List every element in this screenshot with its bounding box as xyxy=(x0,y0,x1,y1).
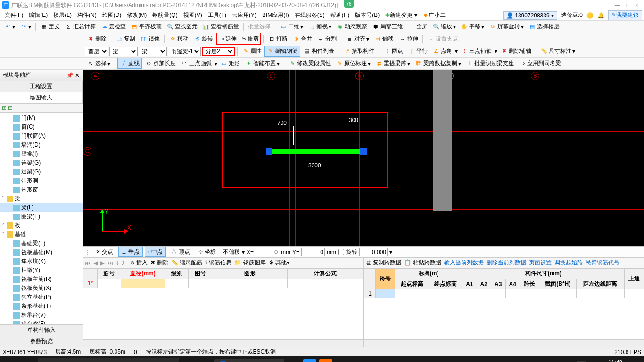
2d-button[interactable]: ▭二维▾ xyxy=(278,22,305,32)
subcategory-select[interactable]: 梁 xyxy=(139,47,167,56)
tree-item-doorwindow[interactable]: 门联窗(A) xyxy=(0,132,83,140)
rebar-library-button[interactable]: 📁 钢筋图库 xyxy=(234,259,265,267)
expand-icon[interactable]: ⊞ xyxy=(2,105,7,111)
collapse-icon[interactable]: ⊟ xyxy=(8,105,13,111)
tree-folder-slab[interactable]: ˃板 xyxy=(0,221,83,230)
orbit-button[interactable]: ◉动态观察 xyxy=(334,22,369,32)
other-button[interactable]: ⚙ 其他▾ xyxy=(269,259,289,267)
copy-span-button[interactable]: ⿻ 复制跨数据 xyxy=(366,259,401,267)
menu-help[interactable]: 帮助(H) xyxy=(328,10,353,20)
redo-button[interactable]: ↷▾ xyxy=(18,23,33,31)
nav-prev[interactable]: ◀ xyxy=(93,260,98,266)
paste-span-button[interactable]: 📋 粘贴跨数据 xyxy=(404,259,441,267)
category-select[interactable]: 梁 xyxy=(109,47,138,56)
mirror-button[interactable]: ▯▯镜像 xyxy=(138,34,162,44)
dimension-button[interactable]: 📏尺寸标注▾ xyxy=(538,46,577,56)
tree-item-column-pier[interactable]: 柱墩(Y) xyxy=(0,266,83,275)
tree-item-strip-hole[interactable]: 带形洞 xyxy=(0,176,83,185)
align-button[interactable]: ≡对齐▾ xyxy=(344,34,371,44)
component-tree[interactable]: 门(M) 窗(C) 门联窗(A) 墙洞(D) 壁龛(I) 连梁(G) 过梁(G)… xyxy=(0,113,83,324)
taskbar-app-2[interactable]: ◉ xyxy=(287,359,300,362)
line-tool-button[interactable]: ╱直线 xyxy=(117,58,142,69)
move-button[interactable]: ✥移动 xyxy=(167,34,190,44)
suggest-button[interactable]: ✎我要建议 xyxy=(608,10,642,20)
offset-x-input[interactable] xyxy=(256,248,279,256)
two-point-button[interactable]: ⊹两点 xyxy=(381,46,405,56)
tree-item-beam[interactable]: 梁(L) xyxy=(0,203,83,212)
tree-item-strip-footing[interactable]: 条形基础(T) xyxy=(0,302,83,311)
menu-bim[interactable]: BIM应用(I) xyxy=(259,10,292,20)
menu-rebar-qty[interactable]: 钢筋量(Q) xyxy=(149,10,180,20)
beam-end-node[interactable] xyxy=(360,148,367,155)
sum-button[interactable]: Σ汇总计算 xyxy=(63,22,98,32)
layer-select[interactable]: 分层2 xyxy=(202,47,235,56)
local-3d-button[interactable]: ⬢局部三维 xyxy=(370,22,405,32)
maximize-button[interactable]: □ xyxy=(626,2,629,8)
rotate-checkbox[interactable] xyxy=(338,249,344,255)
menu-version[interactable]: 版本号(B) xyxy=(352,10,382,20)
component-select[interactable]: 雨篷梁-1 xyxy=(168,47,201,56)
taskbar-clock[interactable]: 11:42 2018/10/30 xyxy=(601,359,629,362)
tree-item-foundation-beam[interactable]: 基础梁(F) xyxy=(0,239,83,248)
tree-item-niche[interactable]: 壁龛(I) xyxy=(0,149,83,158)
hscroll-right[interactable] xyxy=(364,339,644,347)
tree-item-coupling-beam[interactable]: 连梁(G) xyxy=(0,158,83,167)
nav-in[interactable]: ⤵ xyxy=(116,260,119,266)
start-button[interactable] xyxy=(0,356,19,362)
menu-floor[interactable]: 楼层(L) xyxy=(50,10,74,20)
copy-button[interactable]: ⿻复制 xyxy=(114,34,137,44)
grip-button[interactable]: ▫设置夹点 xyxy=(425,34,460,44)
taskbar-app-5[interactable]: ▯ xyxy=(335,359,348,362)
batch-select-button[interactable]: 批量选择 xyxy=(246,22,272,32)
split-button[interactable]: ⫟分割 xyxy=(315,34,339,44)
tab-project-setup[interactable]: 工程设置 xyxy=(0,81,83,92)
single-input-button[interactable]: 单构件输入 xyxy=(0,324,83,336)
beam-element[interactable] xyxy=(272,149,361,154)
apply-same-button[interactable]: ⇒应用到同名梁 xyxy=(517,58,563,68)
menu-edit[interactable]: 编辑(E) xyxy=(26,10,50,20)
menu-modify[interactable]: 修改(M) xyxy=(124,10,149,20)
tab-draw-input[interactable]: 绘图输入 xyxy=(0,92,83,103)
nav-out[interactable]: ⤴ xyxy=(122,260,124,266)
snap-vertex[interactable]: △ 顶点 xyxy=(168,247,193,257)
offset-y-input[interactable] xyxy=(301,248,325,256)
align-slab-button[interactable]: ⬒平齐板顶 xyxy=(129,22,164,32)
floor-select[interactable]: 首层 xyxy=(85,47,108,56)
tree-item-ring-beam[interactable]: 圈梁(E) xyxy=(0,212,83,221)
new-change-button[interactable]: ✚新建变更 ▾ xyxy=(382,10,420,20)
attributes-button[interactable]: ✎属性 xyxy=(240,46,264,56)
add-length-button[interactable]: ⊙点加长度 xyxy=(143,58,178,68)
rotate-button[interactable]: ⟲旋转 xyxy=(191,34,215,44)
respan-button[interactable]: ⇄重提梁跨▾ xyxy=(373,58,412,68)
select-floor-button[interactable]: ▤选择楼层 xyxy=(527,22,561,32)
alert-icon[interactable]: 🔔 xyxy=(597,12,604,19)
trim-button[interactable]: ✂修剪 xyxy=(240,35,259,43)
taskbar-app-3[interactable]: ▦ xyxy=(303,359,316,362)
cloud-check-button[interactable]: ☁云检查 xyxy=(99,22,128,32)
offset-button[interactable]: ⇉偏移 xyxy=(372,34,396,44)
top-view-button[interactable]: ⬚俯视▾ xyxy=(306,22,333,32)
stretch-button[interactable]: ↔拉伸 xyxy=(396,34,420,44)
smart-layout-button[interactable]: ✦智能布置▾ xyxy=(243,58,281,68)
drawing-canvas[interactable]: 4 5 6 7 8 C 700 300 3300 xyxy=(83,70,644,246)
snap-intersect[interactable]: ✕ 交点 xyxy=(92,247,116,257)
beam-start-node[interactable] xyxy=(266,148,272,155)
tree-folder-beam[interactable]: ˅梁 xyxy=(0,194,83,203)
minimize-button[interactable]: — xyxy=(615,2,620,8)
cantilever-button[interactable]: 悬臂钢筋代号 xyxy=(586,259,619,267)
hscroll-left[interactable] xyxy=(83,339,363,347)
tree-item-sump[interactable]: 集水坑(K) xyxy=(0,257,83,266)
menu-online[interactable]: 在线服务(S) xyxy=(292,10,328,20)
fullscreen-button[interactable]: ⛶全屏 xyxy=(406,22,429,32)
parallel-button[interactable]: ∥平行 xyxy=(406,46,429,56)
find-element-button[interactable]: 🔍查找图元 xyxy=(165,22,199,32)
xiaoer-button[interactable]: ☻广小二 xyxy=(420,10,449,20)
point-angle-button[interactable]: ∠点角 xyxy=(430,46,454,56)
span-table[interactable]: 跨号 标高(m) 构件尺寸(mm) 上通 起点标高 终点标高 A1 A2 A3 … xyxy=(364,268,644,339)
tree-item-window[interactable]: 窗(C) xyxy=(0,123,83,132)
delete-button[interactable]: ✖删除 xyxy=(85,34,108,44)
adjust-start-button[interactable]: 调换起始跨 xyxy=(554,259,583,267)
tree-item-lintel[interactable]: 过梁(G) xyxy=(0,167,83,176)
nav-first[interactable]: ⏮ xyxy=(85,260,91,266)
taskbar-app-4[interactable]: PDF xyxy=(319,359,332,362)
